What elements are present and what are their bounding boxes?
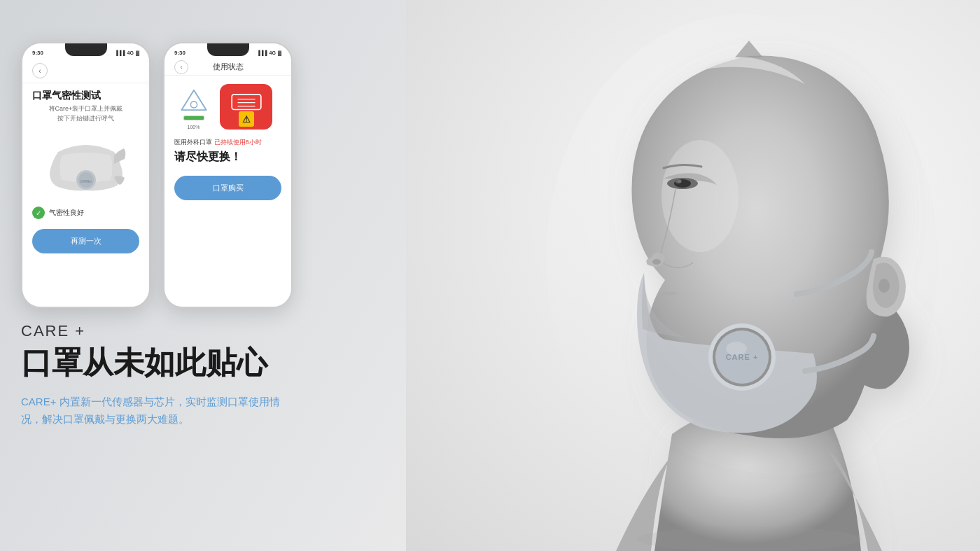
phone-2-warning-text: 已持续使用8小时 (214, 139, 262, 146)
phone-2-notch (207, 43, 249, 56)
brand-headline: 口罩从未如此贴心 (21, 344, 399, 382)
phone-1-retry-button[interactable]: 再测一次 (32, 229, 139, 253)
phone-1-screen: 9:30 ▐▐▐ 4G ▓ ‹ 口罩气密性测试 (22, 43, 149, 307)
battery-icon-2: ▓ (278, 50, 281, 55)
svg-point-2 (878, 279, 890, 293)
svg-point-1 (662, 140, 738, 252)
left-content-area: 9:30 ▐▐▐ 4G ▓ ‹ 口罩气密性测试 (21, 42, 441, 518)
brand-area: CARE + 口罩从未如此贴心 CARE+ 内置新一代传感器与芯片，实时监测口罩… (21, 322, 399, 428)
phones-area: 9:30 ▐▐▐ 4G ▓ ‹ 口罩气密性测试 (21, 42, 293, 308)
device-icon-box: 100% (174, 88, 213, 130)
phone-2-screen: 9:30 ▐▐▐ 4G ▓ ‹ 使用状态 (164, 43, 291, 307)
svg-text:CARE +: CARE + (726, 353, 759, 361)
mask-alert-box: ⚠ (220, 84, 272, 130)
phone-1-time: 9:30 (32, 50, 43, 56)
device-icon-svg (176, 88, 211, 111)
phone-2-status-icons: ▐▐▐ 4G ▓ (257, 50, 281, 55)
battery-icon: ▓ (136, 50, 139, 55)
battery-bar (183, 116, 204, 120)
svg-point-7 (652, 259, 661, 265)
phone-2-main-text: 请尽快更换！ (164, 148, 291, 170)
battery-fill (184, 116, 204, 120)
check-circle-icon: ✓ (32, 207, 45, 219)
warning-icon: ⚠ (239, 111, 254, 127)
phone-2-mask-label: 医用外科口罩 已持续使用8小时 (164, 135, 291, 148)
svg-point-13 (637, 526, 861, 551)
phone-2-nav-title: 使用状态 (213, 62, 244, 72)
svg-text:CARE+: CARE+ (80, 179, 92, 183)
phone-1-back-button[interactable]: ‹ (32, 63, 48, 78)
phone-1-header: ‹ (22, 59, 149, 83)
result-text: 气密性良好 (49, 208, 84, 218)
phone-1-status-icons: ▐▐▐ 4G ▓ (115, 50, 139, 55)
brand-description: CARE+ 内置新一代传感器与芯片，实时监测口罩使用情 况，解决口罩佩戴与更换两… (21, 393, 287, 428)
phone-1-notch (65, 43, 107, 56)
back-chevron-icon: ‹ (38, 67, 41, 75)
mask-svg: CARE+ (44, 134, 128, 194)
phone-2-time: 9:30 (174, 50, 186, 56)
signal-icon: ▐▐▐ (115, 50, 125, 55)
network-label-2: 4G (270, 50, 276, 55)
phone-1-result: ✓ 气密性良好 (22, 202, 149, 223)
mask-alert-svg (229, 87, 264, 111)
battery-percent: 100% (188, 125, 200, 130)
phone-1: 9:30 ▐▐▐ 4G ▓ ‹ 口罩气密性测试 (21, 42, 150, 308)
network-label: 4G (127, 50, 134, 55)
phone-1-title: 口罩气密性测试 (22, 83, 149, 104)
phone-2-nav: ‹ 使用状态 (164, 59, 291, 76)
phone-1-mask-illustration: CARE+ (22, 129, 149, 202)
svg-point-17 (190, 102, 197, 108)
phone-2-buy-button[interactable]: 口罩购买 (174, 176, 281, 200)
phone-1-subtitle: 将Care+装于口罩上并佩戴 按下开始键进行呼气 (22, 104, 149, 129)
phone-2-icons-row: 100% ⚠ (164, 76, 291, 135)
phone-2-back-button[interactable]: ‹ (174, 60, 188, 74)
brand-tag: CARE + (21, 322, 399, 340)
head-render: CARE + (406, 0, 980, 551)
phone-2: 9:30 ▐▐▐ 4G ▓ ‹ 使用状态 (163, 42, 293, 308)
signal-icon-2: ▐▐▐ (257, 50, 267, 55)
svg-point-6 (678, 180, 682, 183)
